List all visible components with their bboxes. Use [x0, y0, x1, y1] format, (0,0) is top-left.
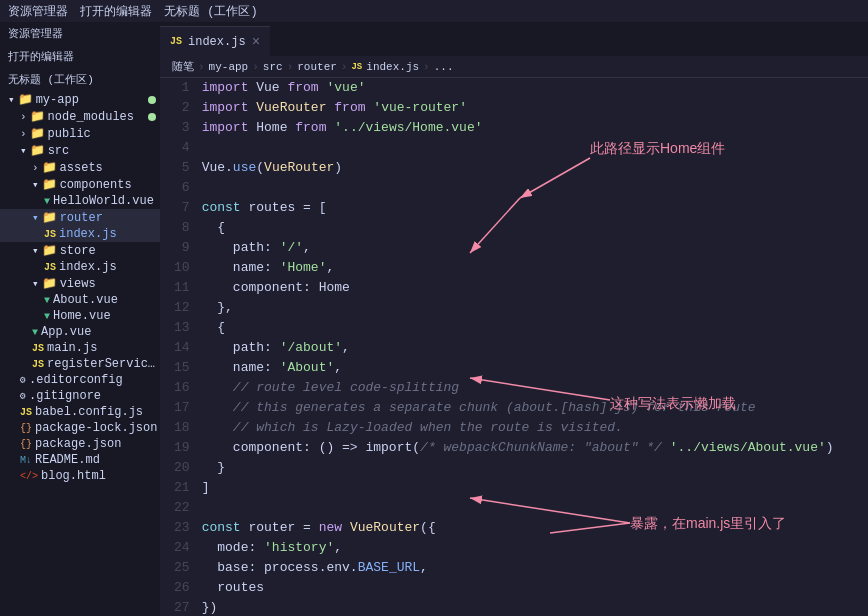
line-number: 8 — [160, 218, 202, 238]
sidebar-item-README-md[interactable]: M↓ README.md — [0, 452, 160, 468]
js-file-icon: JS — [44, 229, 56, 240]
sidebar-item-label: node_modules — [48, 110, 134, 124]
code-line-18: 18 // which is Lazy-loaded when the rout… — [160, 418, 868, 438]
sidebar-item-label: my-app — [36, 93, 79, 107]
breadcrumb-sep: › — [341, 61, 348, 73]
line-content: component: Home — [202, 278, 868, 298]
code-line-25: 25 base: process.env.BASE_URL, — [160, 558, 868, 578]
code-line-11: 11 component: Home — [160, 278, 868, 298]
status-dot-green — [148, 96, 156, 104]
sidebar-section[interactable]: 打开的编辑器 — [0, 45, 160, 68]
line-content: component: () => import(/* webpackChunkN… — [202, 438, 868, 458]
sidebar-item-assets[interactable]: ›📁 assets — [0, 159, 160, 176]
code-line-3: 3 import Home from '../views/Home.vue' — [160, 118, 868, 138]
vue-file-icon: ▼ — [44, 311, 50, 322]
breadcrumb-item[interactable]: 随笔 — [172, 59, 194, 74]
line-content: import VueRouter from 'vue-router' — [202, 98, 868, 118]
sidebar-item--gitignore[interactable]: ⚙ .gitignore — [0, 388, 160, 404]
code-editor[interactable]: 1 import Vue from 'vue' 2 import VueRout… — [160, 78, 868, 616]
folder-arrow-icon: ▾ — [32, 211, 39, 224]
sidebar-item-public[interactable]: ›📁 public — [0, 125, 160, 142]
code-line-19: 19 component: () => import(/* webpackChu… — [160, 438, 868, 458]
folder-icon-emoji: 📁 — [30, 126, 45, 141]
sidebar-item-my-app[interactable]: ▾📁 my-app — [0, 91, 160, 108]
line-number: 18 — [160, 418, 202, 438]
sidebar-item-node-modules[interactable]: ›📁 node_modules — [0, 108, 160, 125]
breadcrumb-sep: › — [252, 61, 259, 73]
line-number: 22 — [160, 498, 202, 518]
sidebar-item-babel-config-js[interactable]: JS babel.config.js — [0, 404, 160, 420]
sidebar-item--editorconfig[interactable]: ⚙ .editorconfig — [0, 372, 160, 388]
tab-filename: index.js — [188, 35, 246, 49]
code-line-2: 2 import VueRouter from 'vue-router' — [160, 98, 868, 118]
breadcrumb-item[interactable]: router — [297, 61, 337, 73]
breadcrumb-item[interactable]: my-app — [209, 61, 249, 73]
breadcrumb-item[interactable]: index.js — [366, 61, 419, 73]
sidebar-item-label: App.vue — [41, 325, 91, 339]
sidebar-item-label: package.json — [35, 437, 121, 451]
sidebar-item-package-json[interactable]: {} package.json — [0, 436, 160, 452]
line-content: const router = new VueRouter({ — [202, 518, 868, 538]
line-number: 15 — [160, 358, 202, 378]
line-content: { — [202, 218, 868, 238]
sidebar-item-store[interactable]: ▾📁 store — [0, 242, 160, 259]
sidebar-item-label: .editorconfig — [29, 373, 123, 387]
active-tab[interactable]: JS index.js × — [160, 26, 270, 56]
breadcrumb: 随笔›my-app›src›router›JSindex.js›... — [160, 56, 868, 78]
breadcrumb-sep: › — [287, 61, 294, 73]
editor-wrapper: 1 import Vue from 'vue' 2 import VueRout… — [160, 78, 868, 616]
sidebar-item-About-vue[interactable]: ▼ About.vue — [0, 292, 160, 308]
line-number: 11 — [160, 278, 202, 298]
sidebar-item-package-lock-json[interactable]: {} package-lock.json — [0, 420, 160, 436]
folder-icon-emoji: 📁 — [42, 243, 57, 258]
line-content — [202, 498, 868, 518]
breadcrumb-sep: › — [423, 61, 430, 73]
sidebar-item-index-js[interactable]: JS index.js — [0, 259, 160, 275]
code-line-6: 6 — [160, 178, 868, 198]
dot-file-icon: ⚙ — [20, 390, 26, 402]
line-number: 27 — [160, 598, 202, 616]
sidebar-item-router[interactable]: ▾📁 router — [0, 209, 160, 226]
code-line-13: 13 { — [160, 318, 868, 338]
sidebar-item-HelloWorld-vue[interactable]: ▼ HelloWorld.vue — [0, 193, 160, 209]
sidebar-item-label: main.js — [47, 341, 97, 355]
sidebar-item-label: HelloWorld.vue — [53, 194, 154, 208]
sidebar-item-components[interactable]: ▾📁 components — [0, 176, 160, 193]
breadcrumb-item[interactable]: ... — [434, 61, 454, 73]
folder-arrow-icon: › — [20, 128, 27, 140]
folder-icon-emoji: 📁 — [42, 210, 57, 225]
line-number: 14 — [160, 338, 202, 358]
line-content: routes — [202, 578, 868, 598]
sidebar-item-main-js[interactable]: JS main.js — [0, 340, 160, 356]
line-number: 26 — [160, 578, 202, 598]
menu-open-editors[interactable]: 打开的编辑器 — [80, 3, 152, 20]
line-content — [202, 178, 868, 198]
breadcrumb-item[interactable]: src — [263, 61, 283, 73]
code-line-20: 20 } — [160, 458, 868, 478]
line-content: base: process.env.BASE_URL, — [202, 558, 868, 578]
line-content: name: 'About', — [202, 358, 868, 378]
sidebar-item-index-js[interactable]: JS index.js — [0, 226, 160, 242]
menu-bar: 资源管理器 打开的编辑器 无标题 (工作区) — [0, 0, 868, 22]
sidebar-item-Home-vue[interactable]: ▼ Home.vue — [0, 308, 160, 324]
sidebar-item-blog-html[interactable]: </> blog.html — [0, 468, 160, 484]
code-line-17: 17 // this generates a separate chunk (a… — [160, 398, 868, 418]
code-line-24: 24 mode: 'history', — [160, 538, 868, 558]
code-line-8: 8 { — [160, 218, 868, 238]
folder-arrow-icon: ▾ — [32, 244, 39, 257]
sidebar-item-App-vue[interactable]: ▼ App.vue — [0, 324, 160, 340]
menu-resource[interactable]: 资源管理器 — [8, 3, 68, 20]
sidebar-item-views[interactable]: ▾📁 views — [0, 275, 160, 292]
sidebar-section[interactable]: 资源管理器 — [0, 22, 160, 45]
folder-icon-emoji: 📁 — [42, 160, 57, 175]
sidebar-item-src[interactable]: ▾📁 src — [0, 142, 160, 159]
sidebar-item-label: assets — [60, 161, 103, 175]
sidebar-item-registerServiceW---[interactable]: JS registerServiceW... — [0, 356, 160, 372]
sidebar-section[interactable]: 无标题 (工作区) — [0, 68, 160, 91]
sidebar-item-label: router — [60, 211, 103, 225]
line-number: 4 — [160, 138, 202, 158]
code-line-22: 22 — [160, 498, 868, 518]
menu-workspace[interactable]: 无标题 (工作区) — [164, 3, 258, 20]
code-line-26: 26 routes — [160, 578, 868, 598]
tab-close-icon[interactable]: × — [252, 34, 260, 50]
